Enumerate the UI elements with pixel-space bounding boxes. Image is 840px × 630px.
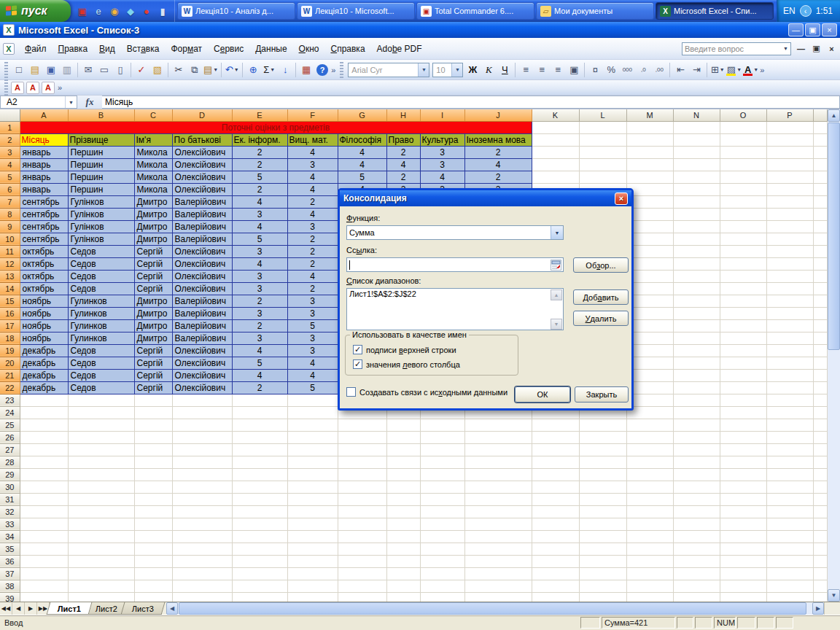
cell[interactable] [68, 555, 134, 567]
cell[interactable] [720, 171, 766, 183]
cell[interactable] [287, 518, 338, 530]
cell[interactable] [626, 419, 673, 431]
cell[interactable]: Дмитро [134, 307, 172, 319]
column-header[interactable]: M [626, 109, 673, 121]
cell[interactable] [172, 406, 232, 419]
cell[interactable] [532, 505, 579, 518]
cell[interactable]: 4 [232, 344, 287, 357]
cell[interactable] [720, 257, 766, 270]
italic-icon[interactable]: K [481, 62, 497, 78]
cell[interactable]: Седов [68, 369, 134, 381]
cell[interactable] [813, 270, 827, 282]
cell[interactable]: 4 [287, 171, 338, 183]
cell[interactable] [813, 530, 827, 542]
cell[interactable] [766, 233, 813, 245]
cell[interactable] [673, 443, 720, 456]
cell[interactable] [720, 183, 766, 195]
cell[interactable] [673, 567, 720, 580]
fill-color-icon[interactable]: ▨▼ [726, 62, 742, 78]
cell[interactable] [813, 257, 827, 270]
cell[interactable] [673, 394, 720, 406]
cell[interactable] [464, 518, 532, 530]
cell[interactable] [420, 592, 464, 602]
cell[interactable] [626, 592, 673, 602]
cell[interactable] [626, 493, 673, 505]
cell[interactable] [766, 245, 813, 257]
font-size-combo[interactable]: 10▼ [432, 63, 463, 77]
range-picker-icon[interactable] [551, 260, 561, 271]
cell[interactable] [813, 580, 827, 592]
close-button[interactable]: × [822, 23, 837, 36]
row-header[interactable]: 10 [0, 233, 20, 245]
language-indicator[interactable]: EN [783, 6, 796, 16]
dialog-title-bar[interactable]: Консолидация × [340, 190, 631, 206]
row-header[interactable]: 18 [0, 332, 20, 344]
email-icon[interactable]: ✉ [80, 62, 96, 78]
cell[interactable]: Дмитро [134, 195, 172, 208]
cell[interactable] [287, 394, 338, 406]
cell[interactable]: Гулінков [68, 195, 134, 208]
cell[interactable] [68, 456, 134, 468]
row-header[interactable]: 5 [0, 171, 20, 183]
cell[interactable] [720, 344, 766, 357]
cell[interactable] [232, 419, 287, 431]
cell[interactable] [338, 431, 386, 443]
next-sheet-icon[interactable]: ▶ [25, 602, 37, 615]
browse-button[interactable]: Обзор... [573, 257, 629, 273]
cell[interactable]: 2 [287, 233, 338, 245]
cell[interactable] [766, 567, 813, 580]
cell[interactable] [420, 555, 464, 567]
cell[interactable] [338, 456, 386, 468]
cell[interactable]: 4 [420, 171, 464, 183]
cell[interactable] [766, 505, 813, 518]
workbook-restore-button[interactable]: ▣ [811, 44, 822, 53]
cell[interactable] [766, 431, 813, 443]
cell[interactable] [134, 456, 172, 468]
cell[interactable] [420, 481, 464, 493]
cell[interactable] [720, 121, 766, 133]
name-box[interactable]: A2 ▼ [0, 96, 77, 109]
list-scroll-down-icon[interactable]: ▼ [551, 319, 562, 330]
cell[interactable]: Сергій [134, 245, 172, 257]
cell[interactable] [232, 580, 287, 592]
cell[interactable] [813, 295, 827, 307]
cell[interactable]: Олексійович [172, 344, 232, 357]
cell[interactable] [720, 456, 766, 468]
cell[interactable] [673, 208, 720, 220]
row-header[interactable]: 23 [0, 394, 20, 406]
cell[interactable] [813, 233, 827, 245]
cell[interactable] [720, 443, 766, 456]
cell[interactable] [20, 468, 68, 481]
cell[interactable] [420, 580, 464, 592]
cell[interactable] [766, 456, 813, 468]
cell[interactable] [232, 431, 287, 443]
cell[interactable] [626, 530, 673, 542]
cell[interactable] [287, 456, 338, 468]
row-header[interactable]: 38 [0, 580, 20, 592]
row-header[interactable]: 20 [0, 357, 20, 369]
cell[interactable] [338, 580, 386, 592]
cell[interactable] [673, 431, 720, 443]
merge-center-icon[interactable]: ▣ [566, 62, 582, 78]
cell[interactable] [464, 443, 532, 456]
cell[interactable] [673, 245, 720, 257]
cell[interactable] [134, 468, 172, 481]
cell[interactable] [386, 542, 420, 555]
cell[interactable] [626, 555, 673, 567]
cell[interactable] [532, 468, 579, 481]
column-header[interactable]: I [420, 109, 464, 121]
cell[interactable] [68, 530, 134, 542]
ok-button[interactable]: ОК [515, 386, 570, 402]
cell[interactable] [766, 158, 813, 171]
cell[interactable] [420, 431, 464, 443]
row-header[interactable]: 14 [0, 282, 20, 295]
cell[interactable]: 2 [232, 158, 287, 171]
cell[interactable] [172, 468, 232, 481]
cell[interactable] [464, 493, 532, 505]
cell[interactable] [172, 443, 232, 456]
window-resize-corner[interactable] [824, 602, 840, 615]
cell[interactable] [134, 555, 172, 567]
chevron-down-icon[interactable]: ▼ [234, 67, 239, 72]
cell[interactable] [626, 481, 673, 493]
cell[interactable]: 5 [232, 171, 287, 183]
